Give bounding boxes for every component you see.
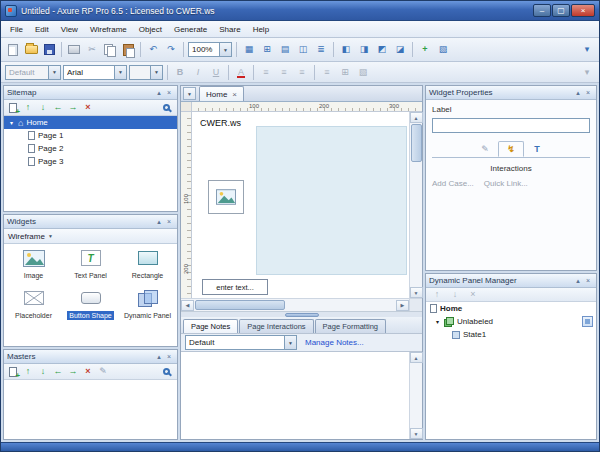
sitemap-node-home[interactable]: ▾ ⌂ Home	[4, 116, 177, 129]
align-top-icon[interactable]: ◩	[374, 42, 390, 58]
menu-help[interactable]: Help	[247, 23, 275, 36]
underline-icon[interactable]: U	[208, 64, 224, 80]
tab-interactions[interactable]: ↯	[498, 141, 524, 157]
ungroup-icon[interactable]: ▧	[435, 42, 451, 58]
masters-tree[interactable]	[4, 380, 177, 439]
group-icon[interactable]: +	[417, 42, 433, 58]
print-icon[interactable]	[66, 42, 82, 58]
bullet-list-icon[interactable]: ≡	[319, 64, 335, 80]
notes-editor[interactable]	[181, 352, 409, 439]
manage-notes-link[interactable]: Manage Notes...	[305, 338, 364, 347]
widget-placeholder[interactable]: Placeholder	[5, 288, 62, 320]
delete-page-icon[interactable]: ×	[81, 101, 95, 115]
paste-icon[interactable]	[120, 42, 136, 58]
edit-master-icon[interactable]: ✎	[96, 365, 110, 379]
move-state-down-icon[interactable]: ↓	[447, 287, 463, 303]
dropdown-icon[interactable]: ▼	[219, 43, 231, 56]
menu-share[interactable]: Share	[213, 23, 246, 36]
expander-icon[interactable]: ▾	[8, 119, 15, 126]
scroll-down-icon[interactable]: ▼	[410, 428, 423, 439]
tab-page-notes[interactable]: Page Notes	[183, 319, 238, 333]
indent-master-icon[interactable]: →	[66, 365, 80, 379]
image-widget[interactable]	[208, 180, 244, 214]
align-text-center-icon[interactable]: ≡	[276, 64, 292, 80]
menu-edit[interactable]: Edit	[29, 23, 55, 36]
panel-close-icon[interactable]: ×	[164, 218, 174, 225]
indent-page-icon[interactable]: →	[66, 101, 80, 115]
edit-states-icon[interactable]	[582, 316, 593, 327]
canvas-vertical-scrollbar[interactable]: ▲ ▼	[409, 112, 422, 298]
tab-close-icon[interactable]: ×	[232, 90, 237, 99]
widget-button-shape[interactable]: Button Shape	[62, 288, 119, 320]
panel-close-icon[interactable]: ×	[583, 89, 593, 96]
menu-view[interactable]: View	[55, 23, 84, 36]
outdent-page-icon[interactable]: ←	[51, 101, 65, 115]
move-state-up-icon[interactable]: ↑	[429, 287, 445, 303]
move-master-up-icon[interactable]: ↑	[21, 365, 35, 379]
save-icon[interactable]	[41, 42, 57, 58]
align-left-icon[interactable]: ◧	[338, 42, 354, 58]
pin-icon[interactable]: ▴	[154, 218, 164, 226]
dropdown-icon[interactable]: ▼	[284, 336, 296, 349]
add-case-link[interactable]: Add Case...	[432, 179, 474, 188]
menu-file[interactable]: File	[4, 23, 29, 36]
dropdown-icon[interactable]: ▼	[150, 66, 162, 79]
panel-close-icon[interactable]: ×	[164, 353, 174, 360]
text-widget[interactable]: CWER.ws	[200, 118, 241, 128]
splitter-grip-icon[interactable]	[285, 313, 319, 317]
widget-dynamic-panel[interactable]: Dynamic Panel	[119, 288, 176, 320]
undo-icon[interactable]: ↶	[145, 42, 161, 58]
scroll-right-icon[interactable]: ▶	[396, 300, 409, 311]
tab-formatting[interactable]: T	[524, 141, 550, 157]
grid-settings-icon[interactable]: ▦	[241, 42, 257, 58]
button-shape-widget[interactable]: enter text...	[202, 279, 268, 295]
scroll-left-icon[interactable]: ◀	[181, 300, 194, 311]
scroll-down-icon[interactable]: ▼	[410, 287, 423, 298]
panel-close-icon[interactable]: ×	[164, 89, 174, 96]
copy-icon[interactable]	[102, 42, 118, 58]
open-file-icon[interactable]	[23, 42, 39, 58]
sitemap-node-page3[interactable]: Page 3	[4, 155, 177, 168]
dpm-node-state1[interactable]: State1	[426, 328, 596, 341]
align-text-left-icon[interactable]: ≡	[258, 64, 274, 80]
font-select[interactable]: Arial ▼	[63, 65, 127, 80]
widget-library-select[interactable]: Wireframe ▼	[4, 229, 177, 244]
search-icon[interactable]	[161, 101, 175, 115]
zoom-select[interactable]: 100% ▼	[188, 42, 232, 57]
rectangle-widget[interactable]	[256, 126, 407, 275]
menu-object[interactable]: Object	[133, 23, 168, 36]
align-right-icon[interactable]: ◨	[356, 42, 372, 58]
widget-image[interactable]: Image	[5, 248, 62, 280]
bold-icon[interactable]: B	[172, 64, 188, 80]
tab-page-interactions[interactable]: Page Interactions	[239, 319, 313, 333]
align-bottom-icon[interactable]: ◪	[392, 42, 408, 58]
design-canvas[interactable]: CWER.ws enter text...	[192, 112, 409, 298]
sitemap-node-page1[interactable]: Page 1	[4, 129, 177, 142]
dpm-node-unlabeled[interactable]: ▾ Unlabeled	[426, 315, 596, 328]
more-format-icon[interactable]: ▾	[579, 64, 595, 80]
scrollbar-thumb[interactable]	[411, 124, 422, 162]
notes-vertical-scrollbar[interactable]: ▲ ▼	[409, 352, 422, 439]
border-style-icon[interactable]: ⊞	[337, 64, 353, 80]
scroll-up-icon[interactable]: ▲	[410, 112, 423, 123]
search-icon[interactable]	[161, 365, 175, 379]
pin-icon[interactable]: ▴	[573, 277, 583, 285]
dropdown-icon[interactable]: ▼	[114, 66, 126, 79]
maximize-button[interactable]: ▢	[552, 4, 570, 17]
widget-rectangle[interactable]: Rectangle	[119, 248, 176, 280]
menu-wireframe[interactable]: Wireframe	[84, 23, 133, 36]
add-master-icon[interactable]	[6, 365, 20, 379]
note-set-select[interactable]: Default ▼	[185, 335, 297, 350]
canvas-horizontal-scrollbar[interactable]: ◀ ▶	[181, 298, 422, 311]
panel-close-icon[interactable]: ×	[583, 277, 593, 284]
pin-icon[interactable]: ▴	[154, 353, 164, 361]
dropdown-icon[interactable]: ▼	[48, 66, 60, 79]
tab-annotations[interactable]: ✎	[472, 141, 498, 157]
split-view-icon[interactable]: ◫	[295, 42, 311, 58]
pin-icon[interactable]: ▴	[154, 89, 164, 97]
new-document-icon[interactable]	[5, 42, 21, 58]
tab-list-icon[interactable]: ▼	[183, 87, 196, 100]
pin-icon[interactable]: ▴	[573, 89, 583, 97]
outdent-master-icon[interactable]: ←	[51, 365, 65, 379]
move-page-up-icon[interactable]: ↑	[21, 101, 35, 115]
